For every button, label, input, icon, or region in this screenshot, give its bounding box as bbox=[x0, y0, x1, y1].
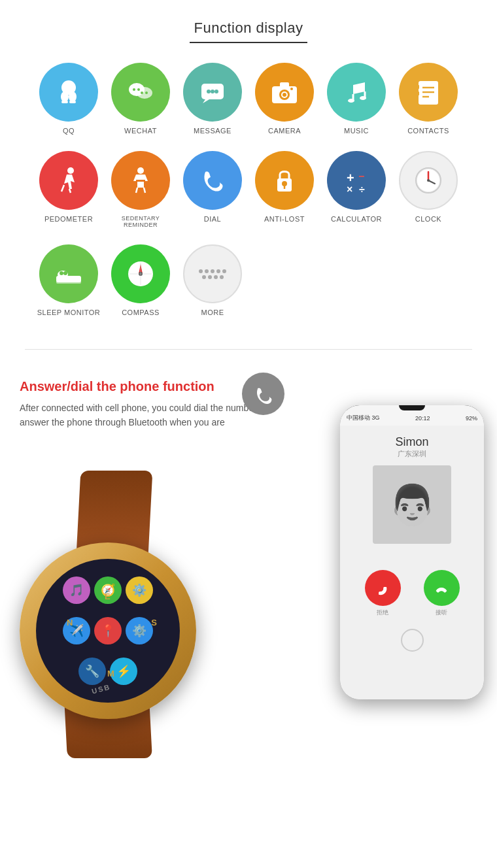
status-bar: 中国移动 3G 20:12 92% bbox=[340, 410, 484, 426]
phone-mockup: 中国移动 3G 20:12 92% Simon 广东深圳 👨 bbox=[340, 405, 484, 699]
svg-text:÷: ÷ bbox=[359, 184, 365, 195]
icon-item-sleep: SLEEP MONITOR bbox=[33, 244, 105, 316]
svg-point-20 bbox=[283, 93, 286, 97]
phone-section: Answer/dial the phone function After con… bbox=[0, 366, 497, 771]
carrier-text: 中国移动 3G bbox=[347, 414, 380, 422]
icon-item-compass: COMPASS bbox=[105, 244, 177, 316]
dial-label: DIAL bbox=[204, 215, 221, 223]
compass-icon bbox=[124, 258, 157, 290]
svg-point-51 bbox=[63, 271, 67, 275]
dial-icon bbox=[196, 164, 229, 197]
icon-item-dial: DIAL bbox=[177, 151, 248, 228]
calculator-label: CALCULATOR bbox=[331, 215, 382, 223]
camera-label: CAMERA bbox=[268, 127, 301, 135]
wechat-label: WECHAT bbox=[124, 127, 157, 135]
pedometer-icon bbox=[52, 164, 85, 197]
phone-badge-icon bbox=[242, 373, 284, 415]
icon-item-music: MUSIC bbox=[320, 63, 392, 135]
music-icon-circle bbox=[327, 63, 386, 122]
svg-text:−: − bbox=[358, 171, 364, 182]
home-button[interactable] bbox=[401, 629, 424, 652]
compass-s: S bbox=[151, 618, 157, 627]
accept-call-button[interactable] bbox=[424, 570, 460, 606]
sleep-icon-circle bbox=[39, 244, 98, 303]
compass-label: COMPASS bbox=[122, 309, 160, 316]
svg-point-13 bbox=[211, 90, 214, 93]
calculator-icon: + − × ÷ bbox=[340, 164, 373, 197]
svg-rect-4 bbox=[69, 101, 76, 103]
camera-icon-circle bbox=[255, 63, 314, 122]
caller-photo: 👨 bbox=[373, 465, 451, 544]
compass-m: M bbox=[107, 669, 114, 678]
svg-rect-31 bbox=[417, 92, 419, 95]
svg-point-21 bbox=[290, 88, 293, 90]
sedentary-label: Sedentary reminder bbox=[105, 215, 177, 228]
time-text: 20:12 bbox=[415, 415, 430, 422]
svg-point-12 bbox=[207, 90, 211, 93]
clock-icon bbox=[412, 164, 445, 197]
reject-btn-wrap: 拒绝 bbox=[365, 570, 401, 617]
sedentary-icon bbox=[124, 164, 157, 197]
icon-item-camera: CAMERA bbox=[248, 63, 320, 135]
compass-n: N bbox=[67, 618, 73, 627]
more-label: MORE bbox=[201, 309, 224, 316]
svg-point-32 bbox=[67, 167, 74, 174]
sedentary-icon-circle bbox=[111, 151, 170, 210]
pedometer-icon-circle bbox=[39, 151, 98, 210]
svg-rect-34 bbox=[136, 180, 145, 182]
reject-label: 拒绝 bbox=[377, 609, 388, 617]
svg-rect-30 bbox=[417, 85, 419, 89]
camera-notch bbox=[399, 405, 425, 410]
accept-icon bbox=[432, 579, 451, 597]
reject-icon bbox=[373, 579, 392, 597]
call-buttons: 拒绝 接听 bbox=[340, 563, 484, 624]
watch-case: 🎵 🧭 ⚙️ ✈️ 📍 ⚙️ 🔧 ⚡ N S E M bbox=[20, 542, 196, 719]
qq-label: QQ bbox=[63, 127, 75, 135]
watch-app-6: ⚙️ bbox=[126, 617, 153, 644]
svg-point-14 bbox=[214, 90, 218, 93]
antilost-icon bbox=[268, 164, 301, 197]
icons-grid: QQ WECHAT bbox=[13, 63, 484, 333]
antilost-label: ANTI-LOST bbox=[264, 215, 305, 223]
icon-item-message: MESSAGE bbox=[177, 63, 248, 135]
svg-point-8 bbox=[137, 88, 140, 91]
svg-rect-48 bbox=[56, 280, 81, 284]
svg-point-10 bbox=[145, 92, 148, 94]
more-dots bbox=[198, 269, 228, 279]
watch-illustration: 🎵 🧭 ⚙️ ✈️ 📍 ⚙️ 🔧 ⚡ N S E M USB bbox=[0, 471, 294, 758]
svg-text:×: × bbox=[347, 184, 352, 195]
function-section: Function display QQ bbox=[0, 0, 497, 346]
icon-item-contacts: CONTACTS bbox=[392, 63, 464, 135]
clock-label: CLOCK bbox=[415, 215, 441, 223]
icon-item-antilost: ANTI-LOST bbox=[248, 151, 320, 228]
message-icon bbox=[196, 76, 229, 108]
pedometer-label: PEDOMETER bbox=[44, 215, 93, 223]
icon-item-sedentary: Sedentary reminder bbox=[105, 151, 177, 228]
caller-location: 广东深圳 bbox=[398, 449, 426, 459]
svg-rect-3 bbox=[61, 101, 68, 103]
icon-item-calculator: + − × ÷ CALCULATOR bbox=[320, 151, 392, 228]
qq-icon bbox=[52, 76, 85, 108]
compass-icon-circle bbox=[111, 244, 170, 303]
svg-point-2 bbox=[69, 92, 77, 102]
svg-point-24 bbox=[348, 99, 354, 103]
icon-item-clock: CLOCK bbox=[392, 151, 464, 228]
battery-text: 92% bbox=[466, 415, 477, 422]
svg-rect-17 bbox=[280, 82, 289, 88]
accept-label: 接听 bbox=[436, 609, 447, 617]
more-icon-circle bbox=[183, 244, 242, 303]
svg-point-9 bbox=[141, 92, 143, 94]
accept-btn-wrap: 接听 bbox=[424, 570, 460, 617]
svg-point-1 bbox=[61, 92, 69, 102]
svg-point-50 bbox=[60, 271, 63, 275]
svg-point-46 bbox=[427, 179, 430, 182]
sleep-label: SLEEP MONITOR bbox=[37, 309, 101, 316]
watch-app-7: 🔧 bbox=[78, 658, 106, 685]
icon-item-more: MORE bbox=[177, 244, 248, 316]
section-title: Function display bbox=[13, 20, 484, 37]
compass-e: E bbox=[105, 592, 111, 601]
icon-item-wechat: WECHAT bbox=[105, 63, 177, 135]
reject-call-button[interactable] bbox=[365, 570, 401, 606]
watch-app-1: 🎵 bbox=[63, 576, 90, 604]
section-divider bbox=[25, 349, 472, 350]
